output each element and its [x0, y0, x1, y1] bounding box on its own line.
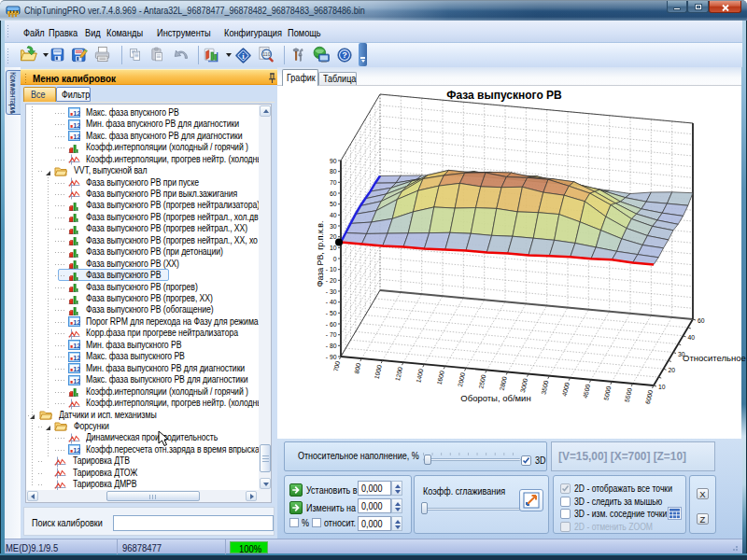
svg-text:- 70: - 70	[326, 331, 337, 338]
svg-text:700: 700	[332, 360, 341, 372]
svg-text:90: 90	[330, 158, 337, 164]
svg-text:20: 20	[669, 367, 676, 373]
svg-text:60: 60	[330, 190, 337, 197]
svg-text:Обороты, об/мин: Обороты, об/мин	[460, 393, 530, 403]
svg-text:Фаза выпускного РВ: Фаза выпускного РВ	[446, 89, 562, 102]
svg-text:- 20: - 20	[326, 277, 337, 284]
svg-text:Фаза РВ, гр.п.к.в.: Фаза РВ, гр.п.к.в.	[316, 221, 325, 287]
svg-text:10: 10	[330, 245, 337, 251]
svg-text:5500: 5500	[624, 387, 633, 402]
svg-text:0: 0	[333, 256, 337, 262]
svg-text:1000: 1000	[374, 364, 383, 379]
svg-text:- 50: - 50	[326, 310, 337, 316]
svg-text:1600: 1600	[436, 370, 445, 385]
svg-text:5000: 5000	[602, 385, 612, 400]
svg-text:50: 50	[330, 201, 337, 207]
svg-text:- 80: - 80	[326, 343, 337, 349]
svg-text:4500: 4500	[582, 384, 591, 399]
svg-text:3500: 3500	[540, 380, 549, 395]
svg-text:- 40: - 40	[326, 299, 337, 305]
svg-text:80: 80	[330, 168, 337, 175]
svg-text:40: 40	[688, 334, 696, 341]
svg-text:40: 40	[330, 212, 337, 218]
svg-text:2500: 2500	[477, 374, 486, 389]
svg-text:- 60: - 60	[326, 321, 337, 328]
svg-text:- 90: - 90	[326, 354, 337, 360]
svg-text:- 10: - 10	[326, 266, 337, 273]
svg-text:4000: 4000	[561, 382, 571, 397]
svg-text:2800: 2800	[499, 376, 508, 391]
svg-text:2000: 2000	[457, 371, 466, 386]
svg-text:- 30: - 30	[326, 288, 337, 295]
svg-text:20: 20	[330, 233, 337, 240]
svg-text:10: 10	[658, 384, 666, 390]
svg-text:1200: 1200	[394, 366, 403, 381]
svg-text:3000: 3000	[519, 378, 529, 393]
svg-text:70: 70	[330, 179, 337, 186]
svg-text:60: 60	[698, 317, 705, 324]
svg-text:Относительное н: Относительное н	[683, 353, 747, 363]
svg-text:800: 800	[353, 362, 361, 374]
svg-text:6000: 6000	[644, 389, 654, 404]
svg-text:1400: 1400	[415, 368, 424, 383]
svg-text:30: 30	[330, 223, 337, 230]
